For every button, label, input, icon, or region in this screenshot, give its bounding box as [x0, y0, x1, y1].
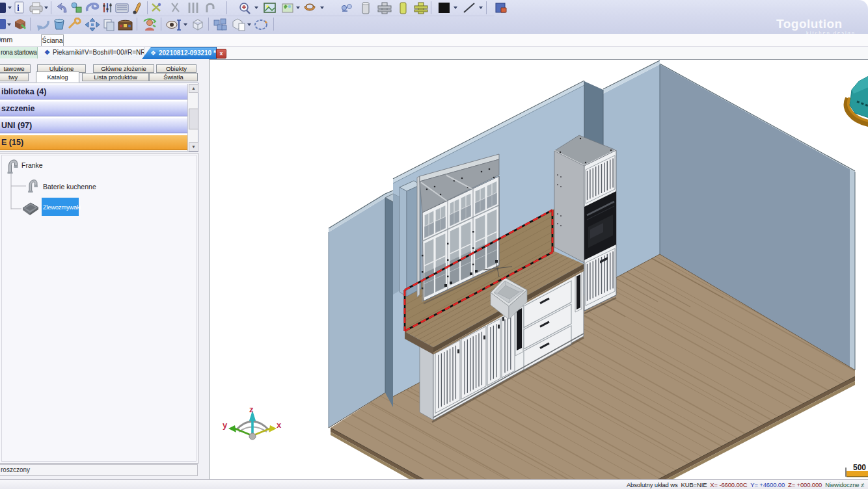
svg-text:i: i	[17, 3, 20, 13]
svg-text:y: y	[223, 420, 228, 430]
svg-text:x: x	[277, 420, 282, 430]
svg-text:z: z	[249, 404, 254, 414]
svg-text:500: 500	[853, 463, 866, 472]
